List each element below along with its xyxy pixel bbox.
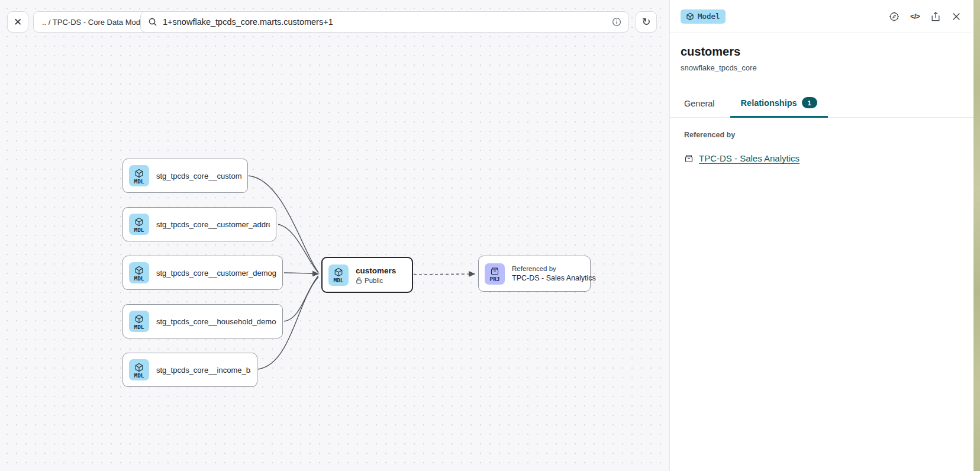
close-icon — [951, 11, 962, 22]
node-label: stg_tpcds_core__customer_demogra… — [156, 269, 276, 278]
package-name: snowflake_tpcds_core — [681, 63, 963, 72]
model-badge: MDL — [129, 262, 149, 283]
cube-icon — [686, 12, 694, 21]
search-icon — [148, 17, 157, 27]
explore-lineage-button[interactable] — [888, 10, 901, 23]
compass-icon — [889, 11, 900, 22]
cube-icon — [134, 363, 144, 372]
referenced-by-label: Referenced by — [684, 131, 959, 139]
lineage-node-stg-customer-address[interactable]: MDL stg_tpcds_core__customer_address — [122, 207, 276, 241]
lineage-node-customers-selected[interactable]: MDL customers Public — [321, 257, 413, 293]
close-lineage-button[interactable]: ✕ — [7, 11, 28, 33]
cube-icon — [334, 267, 343, 277]
lineage-node-referencing-project[interactable]: PRJ Referenced by TPC-DS - Sales Analyti… — [478, 256, 591, 292]
tab-general[interactable]: General — [673, 93, 726, 118]
node-title: customers — [356, 266, 396, 275]
archive-icon — [684, 154, 694, 163]
access-label: Public — [365, 277, 383, 284]
relationships-count-badge: 1 — [802, 97, 817, 108]
cube-icon — [134, 217, 144, 227]
archive-icon — [490, 266, 499, 276]
resource-type-badge: Model — [681, 9, 726, 24]
desktop-wallpaper-sliver — [973, 0, 980, 471]
details-panel: Model </> — [669, 0, 973, 471]
lineage-canvas[interactable]: ✕ .. / TPC-DS - Core Data Models ↻ MDL s… — [0, 0, 669, 471]
badge-label: MDL — [134, 276, 144, 282]
panel-title-block: customers snowflake_tpcds_core — [670, 33, 973, 78]
lineage-node-stg-income-band[interactable]: MDL stg_tpcds_core__income_band — [122, 353, 257, 387]
cube-icon — [134, 314, 144, 324]
cube-icon — [134, 266, 144, 275]
model-badge: MDL — [129, 311, 149, 332]
panel-tabs: General Relationships 1 — [670, 91, 973, 118]
close-panel-button[interactable] — [950, 10, 963, 23]
panel-header: Model </> — [670, 0, 973, 33]
node-label: stg_tpcds_core__household_demogr… — [156, 317, 276, 326]
resource-type-label: Model — [698, 12, 720, 21]
tab-label: Relationships — [741, 98, 797, 108]
badge-label: MDL — [134, 324, 144, 330]
lineage-edges — [0, 0, 669, 471]
share-icon — [930, 11, 941, 22]
cube-icon — [134, 169, 144, 178]
relationships-tab-content: Referenced by TPC-DS - Sales Analytics — [670, 118, 973, 176]
search-input[interactable] — [163, 17, 607, 27]
badge-label: MDL — [134, 373, 144, 379]
reference-row: TPC-DS - Sales Analytics — [684, 153, 959, 163]
model-badge: MDL — [328, 264, 349, 286]
refresh-button[interactable]: ↻ — [636, 11, 657, 33]
node-label: stg_tpcds_core__customer_address — [156, 220, 270, 229]
badge-label: MDL — [333, 278, 343, 283]
share-button[interactable] — [929, 10, 942, 23]
badge-label: PRJ — [489, 276, 499, 282]
project-badge: PRJ — [485, 263, 505, 285]
tab-label: General — [684, 99, 715, 108]
code-icon: </> — [910, 12, 920, 21]
badge-label: MDL — [134, 179, 144, 185]
lineage-search[interactable] — [140, 11, 629, 33]
node-kicker: Referenced by — [512, 265, 584, 272]
lock-open-icon — [356, 277, 362, 284]
node-title: TPC-DS - Sales Analytics — [512, 274, 584, 282]
view-code-button[interactable]: </> — [908, 10, 921, 23]
lineage-node-stg-customer-demographics[interactable]: MDL stg_tpcds_core__customer_demogra… — [122, 256, 283, 290]
page-title: customers — [681, 45, 963, 59]
referenced-project-link[interactable]: TPC-DS - Sales Analytics — [699, 153, 800, 163]
lineage-node-stg-household-demographics[interactable]: MDL stg_tpcds_core__household_demogr… — [122, 304, 283, 338]
model-badge: MDL — [129, 359, 149, 380]
model-badge: MDL — [129, 165, 149, 186]
badge-label: MDL — [134, 227, 144, 233]
lineage-node-stg-customer[interactable]: MDL stg_tpcds_core__customer — [122, 159, 248, 193]
node-label: stg_tpcds_core__customer — [156, 172, 241, 180]
info-icon[interactable] — [612, 17, 621, 27]
node-label: stg_tpcds_core__income_band — [156, 366, 251, 375]
tab-relationships[interactable]: Relationships 1 — [730, 91, 828, 118]
model-badge: MDL — [129, 214, 149, 235]
